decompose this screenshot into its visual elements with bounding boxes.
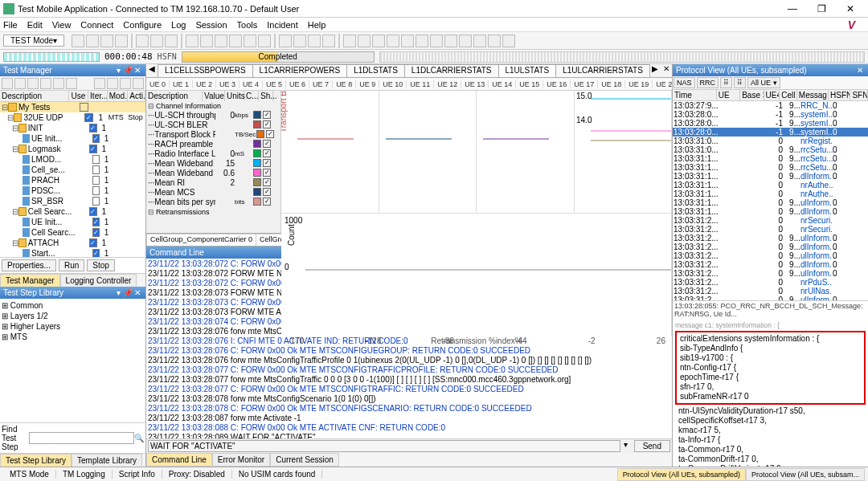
tab-l1carrierpowers[interactable]: L1CARRIERPOWERS [252, 64, 348, 77]
toolbar-btn[interactable] [322, 35, 335, 47]
toolbar-btn[interactable] [258, 35, 271, 47]
tm-btn[interactable] [94, 78, 105, 89]
tab-logging-controller[interactable]: Logging Controller [60, 274, 137, 287]
toolbar-btn[interactable] [229, 35, 242, 47]
tab-l1cellssbpowers[interactable]: L1CELLSSBPOWERS [158, 64, 253, 77]
toolbar-btn[interactable] [165, 35, 178, 47]
tabs-close-icon[interactable]: ✕ [661, 64, 672, 77]
tab-test-manager[interactable]: Test Manager [0, 274, 60, 287]
tm-tree[interactable]: ⊟My Tests⊟32UE UDP✓1MTSStop⊟INIT✓1UE Ini… [0, 102, 145, 257]
tab-error-monitor[interactable]: Error Monitor [212, 453, 270, 467]
mode-selector[interactable]: TEST Mode ▾ [3, 35, 64, 47]
tm-btn[interactable] [40, 78, 51, 89]
close-button[interactable]: ✕ [836, 3, 865, 14]
toolbar-btn[interactable] [136, 35, 149, 47]
toolbar-btn[interactable] [488, 35, 501, 47]
toolbar-btn[interactable] [186, 35, 199, 47]
run-button[interactable]: Run [59, 259, 84, 271]
panel-close-icon[interactable]: ✕ [855, 66, 865, 75]
toolbar-btn[interactable] [72, 35, 84, 47]
menu-configure[interactable]: Configure [123, 20, 162, 30]
panel-close-icon[interactable]: ✕ [133, 66, 142, 75]
section-retransmissions[interactable]: Retransmissions [146, 207, 280, 217]
toolbar-btn[interactable] [372, 35, 385, 47]
tm-button-row: Properties... Run Stop [0, 257, 145, 273]
send-button[interactable]: Send [634, 440, 670, 452]
tab-pv-all-2[interactable]: Protocol View (All UEs, subsam... [746, 468, 865, 481]
cg-tab[interactable]: CellGroup_ComponentCarrier 0 [146, 234, 256, 246]
tm-btn[interactable] [27, 78, 39, 89]
stop-button[interactable]: Stop [87, 259, 115, 271]
find-input[interactable] [29, 432, 134, 444]
menu-log[interactable]: Log [171, 20, 186, 30]
toolbar-btn[interactable] [86, 35, 99, 47]
menu-connect[interactable]: Connect [80, 20, 113, 30]
toolbar-btn[interactable] [343, 35, 356, 47]
toolbar-btn[interactable] [215, 35, 227, 47]
menu-file[interactable]: File [3, 20, 18, 30]
tsl-tree[interactable]: ⊞ Common ⊞ Layers 1/2 ⊞ Higher Layers ⊞ … [0, 299, 145, 423]
tab-l1dlstats[interactable]: L1DLSTATS [346, 64, 405, 77]
tm-btn[interactable] [14, 78, 26, 89]
properties-button[interactable]: Properties... [2, 259, 56, 271]
tm-btn[interactable] [2, 78, 13, 89]
toolbar-btn[interactable] [459, 35, 472, 47]
filter-icon[interactable]: ⠿ [734, 77, 746, 88]
toolbar-btn[interactable] [358, 35, 371, 47]
toolbar-btn[interactable] [115, 35, 128, 47]
toolbar-btn[interactable] [293, 35, 306, 47]
menu-session[interactable]: Session [195, 20, 227, 30]
tab-l1dlcarrierstats[interactable]: L1DLCARRIERSTATS [404, 64, 499, 77]
filter-ue-select[interactable]: All UE ▾ [747, 77, 780, 88]
panel-menu-icon[interactable]: ▾ [113, 66, 123, 75]
tm-btn[interactable] [107, 78, 118, 89]
toolbar-btn[interactable] [444, 35, 457, 47]
tab-pv-all[interactable]: Protocol View (All UEs, subsampled) [617, 468, 746, 481]
panel-pin-icon[interactable]: 📌 [123, 288, 133, 297]
section-channel-info[interactable]: Channel Information [146, 101, 280, 111]
panel-pin-icon[interactable]: 📌 [123, 66, 133, 75]
tab-command-line[interactable]: Command Line [146, 453, 212, 467]
toolbar-btn[interactable] [401, 35, 414, 47]
tm-btn[interactable] [120, 78, 131, 89]
toolbar-btn[interactable] [100, 35, 113, 47]
panel-close-icon[interactable]: ✕ [133, 288, 142, 297]
tm-btn[interactable] [133, 78, 144, 89]
filter-icon[interactable]: ⠿ [720, 77, 732, 88]
toolbar-btn[interactable] [473, 35, 486, 47]
toolbar-btn[interactable] [308, 35, 321, 47]
maximize-button[interactable]: ❐ [807, 3, 836, 14]
tm-btn[interactable] [66, 78, 77, 89]
search-icon[interactable]: 🔍 [134, 434, 144, 442]
toolbar-btn[interactable] [279, 35, 292, 47]
menu-incident[interactable]: Incident [267, 20, 298, 30]
toolbar-btn[interactable] [416, 35, 428, 47]
cmd-input[interactable] [148, 440, 620, 452]
menu-help[interactable]: Help [308, 20, 326, 30]
tab-template-library[interactable]: Template Library [72, 454, 142, 467]
toolbar-btn[interactable] [387, 35, 399, 47]
filter-rrc[interactable]: RRC [697, 77, 719, 88]
minimize-button[interactable]: — [778, 3, 807, 14]
menu-edit[interactable]: Edit [27, 20, 43, 30]
tm-btn[interactable] [53, 78, 64, 89]
scroll-left-icon[interactable]: ◀ [146, 64, 158, 77]
scroll-right-icon[interactable]: ▶ [649, 64, 661, 77]
ue-selector-bar[interactable]: UE 0UE 1UE 2UE 3UE 4UE 5UE 6UE 7UE 8UE 9… [146, 78, 672, 91]
dropdown-icon[interactable]: ▾ [620, 440, 631, 452]
toolbar-btn[interactable] [430, 35, 443, 47]
toolbar-btn[interactable] [150, 35, 163, 47]
toolbar-btn[interactable] [200, 35, 213, 47]
pv-detail[interactable]: message c1: systemInformation : { critic… [673, 319, 868, 467]
toolbar-btn[interactable] [502, 35, 515, 47]
menu-tools[interactable]: Tools [237, 20, 258, 30]
panel-menu-icon[interactable]: ▾ [113, 288, 123, 297]
tab-l1ulcarrierstats[interactable]: L1ULCARRIERSTATS [555, 64, 650, 77]
tab-l1ulstats[interactable]: L1ULSTATS [498, 64, 557, 77]
menu-view[interactable]: View [52, 20, 72, 30]
filter-nas[interactable]: NAS [674, 77, 695, 88]
tab-current-session[interactable]: Current Session [270, 453, 339, 467]
toolbar-btn[interactable] [244, 35, 256, 47]
tab-tsl[interactable]: Test Step Library [0, 454, 72, 467]
pv-message-list[interactable]: 13:03:27:9...-19...RRC_N...013:03:28:0..… [673, 101, 868, 300]
